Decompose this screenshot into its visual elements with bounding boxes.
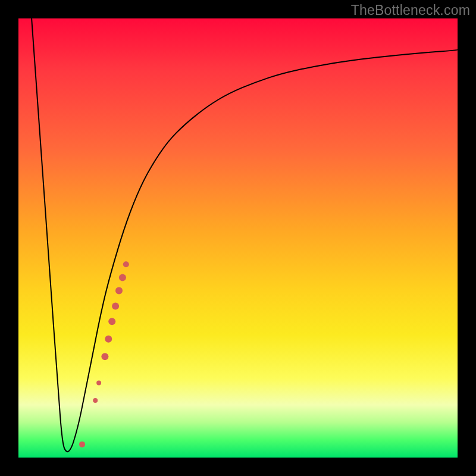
chart-frame: TheBottleneck.com (0, 0, 476, 476)
marker-dot (96, 381, 101, 386)
marker-dot (115, 287, 123, 295)
marker-dot (108, 318, 115, 325)
marker-dot (101, 353, 108, 360)
chart-overlay (18, 18, 458, 458)
marker-dot (112, 302, 119, 309)
plot-area (18, 18, 458, 458)
watermark-text: TheBottleneck.com (351, 2, 470, 18)
curve-line (32, 18, 458, 452)
marker-dot (119, 274, 126, 281)
marker-dot (123, 261, 129, 267)
marker-dot (105, 336, 112, 343)
marker-dot (93, 398, 98, 403)
marker-dot (79, 441, 85, 447)
marker-group (79, 261, 129, 447)
